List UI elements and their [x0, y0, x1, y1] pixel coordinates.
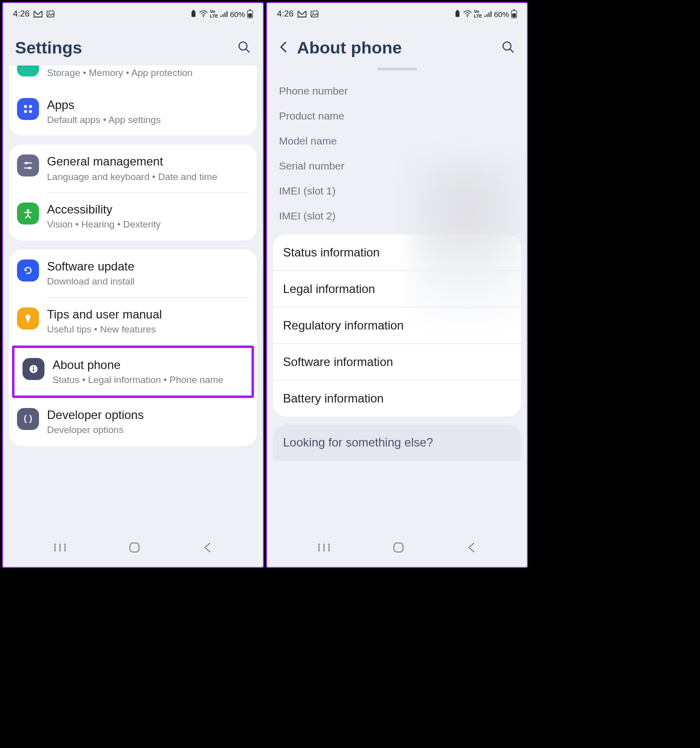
signal-icon: [220, 10, 228, 18]
nav-recents-button[interactable]: [54, 542, 66, 555]
settings-row-tips[interactable]: Tips and user manual Useful tips • New f…: [9, 298, 257, 346]
info-imei-2[interactable]: IMEI (slot 2): [279, 204, 515, 228]
about-scroll[interactable]: Phone number Product name Model name Ser…: [267, 68, 527, 530]
nav-back-button[interactable]: [466, 541, 476, 556]
settings-row-developer-options[interactable]: Developer options Developer options: [9, 398, 257, 446]
link-regulatory-information[interactable]: Regulatory information: [273, 307, 521, 344]
svg-point-32: [312, 12, 314, 14]
volte-label: VoLTE: [474, 10, 482, 18]
settings-row-software-update[interactable]: Software update Download and install: [9, 250, 257, 298]
row-title: Accessibility: [47, 202, 249, 217]
gmail-icon: [298, 10, 306, 18]
svg-rect-41: [513, 10, 515, 10]
device-info-section: Phone number Product name Model name Ser…: [267, 76, 527, 234]
settings-row-accessibility[interactable]: Accessibility Vision • Hearing • Dexteri…: [9, 192, 257, 240]
svg-point-1: [48, 12, 50, 14]
status-time: 4:26: [277, 9, 294, 19]
row-sub: Default apps • App settings: [47, 114, 249, 127]
svg-rect-34: [456, 10, 458, 12]
row-sub: Useful tips • New features: [47, 323, 249, 336]
svg-rect-2: [192, 11, 196, 17]
info-imei-1[interactable]: IMEI (slot 1): [279, 178, 515, 204]
nav-bar: [3, 530, 263, 567]
row-title: General management: [47, 154, 249, 169]
battery-icon: [511, 10, 517, 18]
svg-rect-26: [33, 368, 34, 372]
svg-rect-5: [220, 16, 222, 17]
svg-line-44: [510, 49, 514, 52]
row-sub: Developer options: [47, 424, 249, 437]
bulb-icon: [17, 308, 39, 330]
svg-point-15: [29, 105, 32, 108]
row-title: Apps: [47, 97, 249, 112]
svg-rect-38: [488, 12, 490, 17]
link-status-information[interactable]: Status information: [273, 234, 521, 270]
svg-rect-10: [249, 10, 251, 10]
sliders-icon: [17, 154, 39, 176]
svg-point-14: [24, 105, 27, 108]
drag-handle[interactable]: [377, 68, 417, 70]
svg-rect-48: [394, 543, 403, 552]
svg-point-17: [29, 110, 32, 113]
search-button[interactable]: [237, 40, 251, 56]
battery-percent: 60%: [230, 10, 245, 18]
link-legal-information[interactable]: Legal information: [273, 270, 521, 307]
information-links-card: Status information Legal information Reg…: [273, 234, 521, 416]
status-bar: 4:26 VoLTE 60%: [3, 3, 263, 23]
nav-bar: [267, 530, 527, 567]
svg-rect-42: [512, 14, 516, 18]
braces-icon: [17, 408, 39, 430]
device-care-sub: Storage • Memory • App protection: [47, 66, 249, 80]
apps-icon: [17, 98, 39, 120]
link-battery-information[interactable]: Battery information: [273, 380, 521, 416]
right-phone-screenshot: 4:26 VoLTE 60%: [266, 2, 528, 568]
row-sub: Status • Legal information • Phone name: [52, 374, 244, 387]
info-product-name[interactable]: Product name: [279, 104, 515, 128]
nav-home-button[interactable]: [392, 541, 405, 556]
svg-point-43: [503, 42, 511, 50]
row-sub: Vision • Hearing • Dexterity: [47, 218, 249, 232]
row-title: Developer options: [47, 407, 249, 422]
info-model-name[interactable]: Model name: [279, 128, 515, 154]
svg-point-16: [24, 110, 27, 113]
nav-recents-button[interactable]: [318, 542, 330, 555]
search-button[interactable]: [501, 40, 515, 56]
wifi-icon: [463, 10, 472, 18]
nav-home-button[interactable]: [128, 541, 141, 556]
info-icon: [22, 358, 44, 380]
row-sub: Download and install: [47, 275, 249, 288]
person-icon: [17, 202, 39, 224]
svg-rect-7: [224, 12, 226, 17]
svg-rect-37: [486, 14, 488, 17]
svg-point-12: [239, 42, 247, 50]
svg-point-4: [202, 16, 204, 17]
svg-rect-39: [490, 11, 492, 17]
nav-back-button[interactable]: [202, 541, 212, 556]
settings-row-apps[interactable]: Apps Default apps • App settings: [9, 88, 257, 136]
left-phone-screenshot: 4:26 VoLTE 60%: [2, 2, 264, 568]
settings-row-general-management[interactable]: General management Language and keyboard…: [9, 144, 257, 192]
signal-icon: [484, 10, 492, 18]
svg-rect-6: [222, 14, 224, 17]
gmail-icon: [34, 10, 42, 18]
refresh-icon: [17, 260, 39, 282]
svg-point-25: [33, 366, 34, 368]
link-software-information[interactable]: Software information: [273, 344, 521, 380]
settings-scroll[interactable]: Storage • Memory • App protection Apps D…: [3, 68, 263, 530]
battery-saver-icon: [190, 10, 197, 18]
svg-point-35: [466, 16, 468, 17]
volte-label: VoLTE: [210, 10, 218, 18]
page-title: Settings: [15, 38, 82, 58]
back-button[interactable]: [279, 40, 288, 56]
suggestions-card[interactable]: Looking for something else?: [273, 424, 521, 460]
image-icon: [46, 10, 54, 18]
settings-row-about-phone[interactable]: About phone Status • Legal information •…: [14, 348, 252, 396]
svg-line-13: [246, 49, 250, 52]
svg-rect-3: [192, 10, 194, 12]
svg-rect-33: [456, 11, 460, 17]
page-title: About phone: [297, 38, 402, 58]
svg-rect-30: [130, 543, 139, 552]
info-phone-number[interactable]: Phone number: [279, 78, 515, 104]
battery-saver-icon: [454, 10, 461, 18]
info-serial-number[interactable]: Serial number: [279, 154, 515, 178]
